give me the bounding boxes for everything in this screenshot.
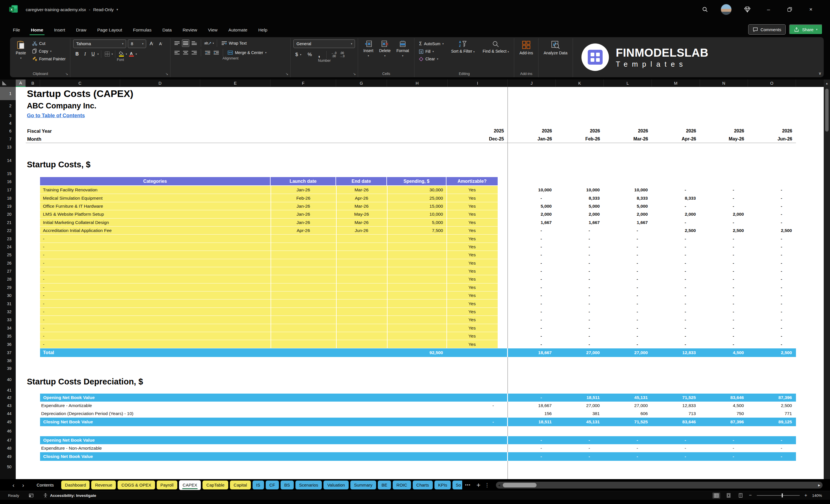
cell-value[interactable]: 2,500 xyxy=(781,228,792,233)
sheet-row-13[interactable] xyxy=(16,143,830,151)
horizontal-scrollbar[interactable]: ◂ ▸ xyxy=(496,482,823,489)
sheet-row-3[interactable]: Go to Table of Contents xyxy=(16,112,830,120)
readonly-badge[interactable]: Read-Only xyxy=(93,7,114,12)
sort-filter-button[interactable]: AZ Sort & Filter ▾ xyxy=(449,39,477,55)
cell-value[interactable]: 18,511 xyxy=(538,419,552,424)
cell-value[interactable]: - xyxy=(733,277,734,282)
amortizable-cell[interactable]: Yes xyxy=(446,293,498,298)
category-cell[interactable]: - xyxy=(43,301,44,306)
cell-value[interactable]: - xyxy=(541,317,542,322)
column-header-M[interactable]: M xyxy=(652,80,700,87)
cell-value[interactable]: - xyxy=(781,446,782,451)
cell-value[interactable]: 27,000 xyxy=(586,403,600,408)
cell-value[interactable]: 27,000 xyxy=(634,403,648,408)
font-dialog-launcher-icon[interactable]: ↘ xyxy=(165,72,168,76)
sheet-row-48[interactable]: Expenditure - Non-Amortizable------ xyxy=(16,444,830,452)
cell-value[interactable]: - xyxy=(637,277,638,282)
cell-value[interactable]: - xyxy=(733,446,734,451)
cell-value[interactable]: - xyxy=(588,244,590,249)
sheet-row-17[interactable]: Training Facility RenovationJan-26Mar-26… xyxy=(16,186,830,194)
sheet-tab-cogs-opex[interactable]: COGS & OPEX xyxy=(118,480,155,490)
menu-tab-draw[interactable]: Draw xyxy=(71,25,92,37)
cell-value[interactable]: - xyxy=(781,252,782,257)
category-cell[interactable]: - xyxy=(43,244,44,249)
share-button[interactable]: Share ▾ xyxy=(789,24,823,35)
column-header-I[interactable]: I xyxy=(448,80,508,87)
font-name-combo[interactable]: Tahoma▾ xyxy=(73,39,126,48)
zoom-in-button[interactable]: + xyxy=(804,493,807,498)
sheet-row-18[interactable]: Medical Simulation EquipmentFeb-26Apr-26… xyxy=(16,194,830,202)
align-bottom-icon[interactable] xyxy=(190,39,198,47)
align-right-icon[interactable] xyxy=(190,49,198,56)
cell-value[interactable]: - xyxy=(541,252,542,257)
cost-table-row[interactable] xyxy=(40,243,498,251)
cell-value[interactable]: - xyxy=(733,334,734,339)
category-cell[interactable]: - xyxy=(43,236,44,242)
column-header-L[interactable]: L xyxy=(604,80,652,87)
amortizable-cell[interactable]: Yes xyxy=(446,187,498,192)
cell-value[interactable]: - xyxy=(685,454,686,459)
cell-value[interactable]: 10,000 xyxy=(538,187,552,192)
cell-value[interactable]: 8,333 xyxy=(588,196,600,201)
row-header-42[interactable]: 42 xyxy=(0,393,16,402)
sheet-row-36[interactable]: -Yes------ xyxy=(16,340,830,348)
sheet-tab-valuation[interactable]: Valuation xyxy=(323,480,348,490)
borders-button[interactable] xyxy=(103,50,111,58)
menu-tab-home[interactable]: Home xyxy=(26,25,49,37)
sheet-row-29[interactable]: -Yes------ xyxy=(16,283,830,291)
cell-value[interactable]: 5,000 xyxy=(541,204,552,209)
cost-table-row[interactable] xyxy=(40,234,498,243)
cost-table-header-5[interactable]: Amortizable? xyxy=(446,177,498,185)
sheet-row-38[interactable] xyxy=(16,357,830,365)
category-cell[interactable]: - xyxy=(43,309,44,314)
row-header-20[interactable]: 20 xyxy=(0,210,16,218)
column-header-B[interactable]: B xyxy=(26,80,40,87)
cell-value[interactable]: 18,667 xyxy=(538,403,552,408)
cell-value[interactable]: - xyxy=(541,269,542,274)
cell-value[interactable]: - xyxy=(781,196,782,201)
merge-center-button[interactable]: Merge & Center▾ xyxy=(226,49,268,56)
cell-value[interactable]: - xyxy=(541,244,542,249)
paste-button[interactable]: Paste▾ xyxy=(13,39,28,61)
row-header-38[interactable]: 38 xyxy=(0,357,16,365)
spending-cell[interactable]: 5,000 xyxy=(432,220,443,225)
sheet-row-34[interactable]: -Yes------ xyxy=(16,324,830,332)
cell-value[interactable]: 2,000 xyxy=(733,212,744,217)
cell-value[interactable]: - xyxy=(637,252,638,257)
cost-table-row[interactable] xyxy=(40,324,498,332)
category-cell[interactable]: - xyxy=(43,285,44,290)
category-cell[interactable]: Initial Marketing Collateral Design xyxy=(43,220,109,225)
number-format-combo[interactable]: General▾ xyxy=(293,39,355,48)
column-header-N[interactable]: N xyxy=(700,80,748,87)
row-header-1[interactable]: 1 xyxy=(0,87,16,100)
cell-value[interactable]: 27,000 xyxy=(586,350,600,355)
cell-value[interactable]: - xyxy=(541,285,542,290)
readonly-chevron-icon[interactable]: ▾ xyxy=(117,8,118,11)
sheet-row-23[interactable]: -Yes------ xyxy=(16,234,830,243)
sheet-tab-capex[interactable]: CAPEX xyxy=(179,480,201,490)
vertical-scrollbar[interactable]: ▲ xyxy=(824,80,830,479)
cell-value[interactable]: 8,333 xyxy=(685,196,696,201)
column-header-A[interactable]: A xyxy=(16,80,26,87)
sheet-row-39[interactable] xyxy=(16,365,830,372)
cell-value[interactable]: - xyxy=(588,260,590,266)
cost-table-row[interactable] xyxy=(40,186,498,194)
cell-value[interactable]: 45,131 xyxy=(634,395,648,400)
cell-value[interactable]: 4,500 xyxy=(733,350,744,355)
sheet-tab-scenarios[interactable]: Scenarios xyxy=(295,480,322,490)
menu-tab-formulas[interactable]: Formulas xyxy=(128,25,157,37)
cost-table-header-1[interactable]: Categories xyxy=(40,177,270,185)
row-header-3[interactable]: 3 xyxy=(0,112,16,120)
font-color-chevron-icon[interactable]: ▾ xyxy=(135,53,137,56)
sheet-row-31[interactable]: -Yes------ xyxy=(16,300,830,308)
cost-table-row[interactable] xyxy=(40,316,498,324)
amortizable-cell[interactable]: Yes xyxy=(446,317,498,322)
column-header-C[interactable]: C xyxy=(40,80,120,87)
sheet-row-46[interactable] xyxy=(16,426,830,436)
cell-value[interactable]: 83,646 xyxy=(682,419,696,424)
sheet-tab-kpis[interactable]: KPIs xyxy=(435,480,451,490)
spending-cell[interactable]: 10,000 xyxy=(429,212,443,217)
sheet-tab-is[interactable]: IS xyxy=(253,480,264,490)
spending-cell[interactable]: 30,000 xyxy=(429,187,443,192)
cell-grid[interactable]: Startup Costs (CAPEX)ABC Company Inc.Go … xyxy=(16,87,830,479)
